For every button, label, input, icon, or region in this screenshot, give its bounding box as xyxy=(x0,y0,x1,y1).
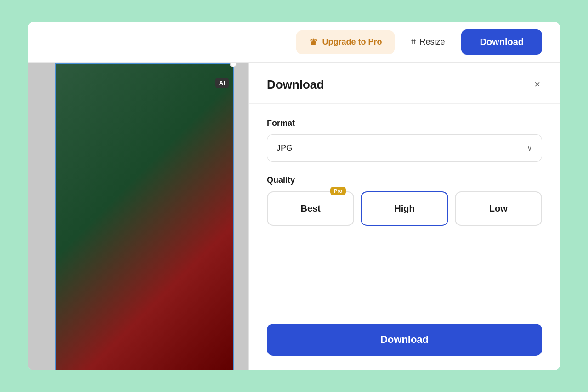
top-bar: ♛ Upgrade to Pro ⌗ Resize Download xyxy=(28,22,560,63)
panel-title: Download xyxy=(267,78,324,92)
quality-high-button[interactable]: High xyxy=(361,191,448,226)
content-area: AI Download × Format JPG ∨ xyxy=(28,63,560,370)
download-header-button[interactable]: Download xyxy=(461,29,542,55)
canvas-area: AI xyxy=(28,63,248,370)
canvas-image: AI xyxy=(55,63,234,370)
panel-header: Download × xyxy=(249,63,560,104)
app-container: ♛ Upgrade to Pro ⌗ Resize Download AI Do… xyxy=(28,22,560,370)
quality-section: Quality Pro Best High Low xyxy=(267,175,542,226)
upgrade-to-pro-button[interactable]: ♛ Upgrade to Pro xyxy=(296,30,395,54)
download-action-button[interactable]: Download xyxy=(267,324,542,356)
resize-label: Resize xyxy=(419,37,445,47)
close-button[interactable]: × xyxy=(532,77,542,92)
pro-badge: Pro xyxy=(330,187,346,195)
download-panel: Download × Format JPG ∨ Quality xyxy=(248,63,560,370)
chevron-down-icon: ∨ xyxy=(527,144,532,152)
close-icon: × xyxy=(534,78,540,90)
download-action-label: Download xyxy=(380,334,429,345)
quality-low-button[interactable]: Low xyxy=(455,191,542,226)
quality-low-label: Low xyxy=(489,203,508,214)
format-value: JPG xyxy=(277,143,293,153)
format-section: Format JPG ∨ xyxy=(267,118,542,162)
panel-footer: Download xyxy=(249,324,560,370)
download-header-label: Download xyxy=(480,37,524,47)
quality-best-label: Best xyxy=(300,203,320,214)
ai-badge: AI xyxy=(215,78,229,88)
resize-button[interactable]: ⌗ Resize xyxy=(402,31,454,53)
quality-best-button[interactable]: Pro Best xyxy=(267,191,354,226)
upgrade-label: Upgrade to Pro xyxy=(322,37,382,47)
quality-options: Pro Best High Low xyxy=(267,191,542,226)
format-dropdown[interactable]: JPG ∨ xyxy=(267,134,542,162)
resize-icon: ⌗ xyxy=(411,37,416,47)
panel-body: Format JPG ∨ Quality Pro Best xyxy=(249,104,560,324)
quality-label: Quality xyxy=(267,175,542,185)
crown-icon: ♛ xyxy=(309,37,317,48)
format-label: Format xyxy=(267,118,542,128)
quality-high-label: High xyxy=(394,203,414,214)
